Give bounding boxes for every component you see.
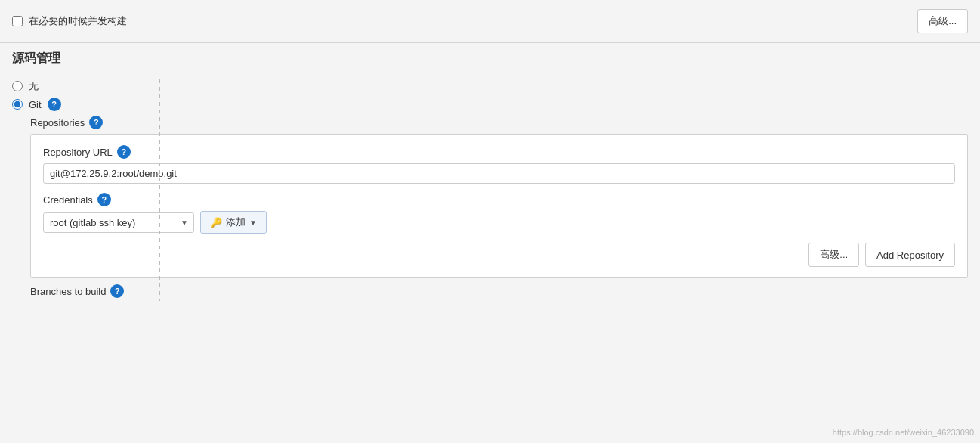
dashed-line: [159, 79, 160, 301]
add-btn-dropdown-arrow: ▼: [249, 218, 257, 227]
url-section: Repository URL ?: [43, 145, 955, 184]
radio-git-row: Git ?: [12, 98, 968, 111]
scm-title: 源码管理: [12, 51, 968, 67]
scm-outer: 源码管理: [0, 43, 980, 73]
watermark: https://blog.csdn.net/weixin_46233090: [833, 428, 974, 437]
branches-help-icon[interactable]: ?: [110, 284, 124, 298]
parallel-build-label: 在必要的时候并发构建: [29, 14, 127, 28]
git-help-icon[interactable]: ?: [48, 98, 61, 111]
top-section: 在必要的时候并发构建 高级...: [0, 0, 980, 42]
repositories-label: Repositories: [30, 117, 85, 129]
radio-git[interactable]: [12, 99, 23, 110]
scm-content: 无 Git ? Repositories ? Repository URL ?: [0, 79, 980, 301]
checkbox-row: 在必要的时候并发构建: [12, 14, 127, 28]
branches-label: Branches to build: [30, 286, 106, 297]
card-actions: 高级... Add Repository: [43, 243, 955, 267]
radio-none-row: 无: [12, 79, 968, 93]
credentials-help-icon[interactable]: ?: [97, 193, 111, 206]
add-btn-label: 添加: [226, 215, 246, 229]
credentials-label: Credentials: [43, 194, 93, 206]
credentials-select-wrapper: - 无 - root (gitlab ssh key) ▼: [43, 212, 194, 233]
key-icon: 🔑: [210, 217, 222, 228]
add-repository-button[interactable]: Add Repository: [865, 243, 955, 267]
parallel-build-checkbox[interactable]: [12, 16, 23, 26]
radio-none-label: 无: [29, 79, 39, 93]
radio-git-label: Git: [29, 99, 42, 110]
add-credentials-button[interactable]: 🔑 添加 ▼: [200, 211, 267, 234]
repository-card: Repository URL ? Credentials ? - 无 -: [30, 134, 968, 278]
url-label: Repository URL: [43, 147, 113, 158]
scm-divider: [12, 73, 968, 73]
branches-label-row: Branches to build ?: [30, 284, 968, 301]
advanced-top-button[interactable]: 高级...: [917, 9, 968, 33]
advanced-button[interactable]: 高级...: [808, 243, 859, 267]
url-help-icon[interactable]: ?: [117, 145, 131, 159]
repositories-help-icon[interactable]: ?: [89, 116, 103, 129]
credentials-section: Credentials ? - 无 - root (gitlab ssh key…: [43, 193, 955, 234]
credentials-label-row: Credentials ?: [43, 193, 955, 206]
radio-group: 无 Git ? Repositories ? Repository URL ?: [0, 79, 980, 301]
url-label-row: Repository URL ?: [43, 145, 955, 159]
page-wrapper: 在必要的时候并发构建 高级... 源码管理 无 Git ? Reposi: [0, 0, 980, 443]
credentials-select[interactable]: - 无 - root (gitlab ssh key): [43, 212, 194, 233]
radio-none[interactable]: [12, 81, 23, 91]
repository-url-input[interactable]: [43, 163, 955, 184]
credentials-row: - 无 - root (gitlab ssh key) ▼ 🔑 添加 ▼: [43, 211, 955, 234]
repositories-label-row: Repositories ?: [30, 116, 968, 129]
